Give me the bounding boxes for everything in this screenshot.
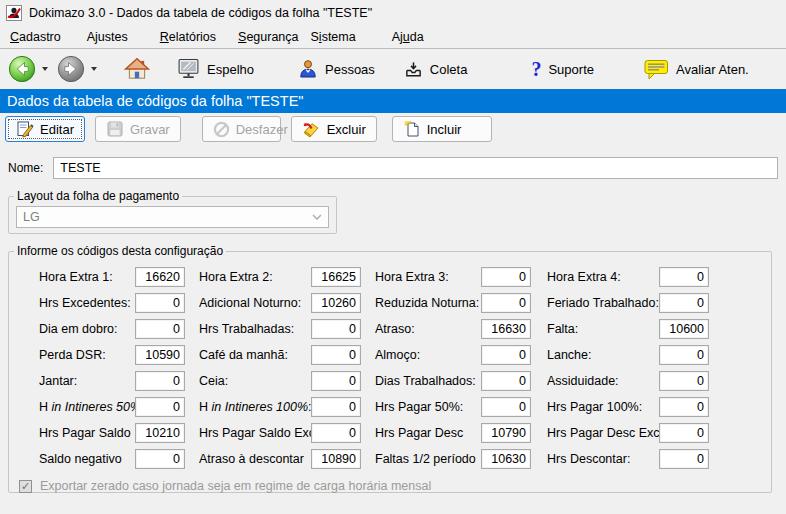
code-input[interactable]: 0 bbox=[135, 293, 185, 313]
code-input[interactable]: 0 bbox=[481, 397, 531, 417]
inbox-icon bbox=[404, 60, 423, 79]
excluir-button[interactable]: Excluir bbox=[291, 116, 377, 142]
codes-groupbox: Informe os códigos desta configuração Ho… bbox=[8, 244, 772, 493]
code-label: Falta: bbox=[547, 322, 659, 336]
back-icon bbox=[8, 55, 36, 83]
code-input[interactable]: 0 bbox=[659, 293, 709, 313]
coleta-button[interactable]: Coleta bbox=[404, 60, 468, 79]
code-input[interactable]: 0 bbox=[481, 371, 531, 391]
code-input[interactable]: 10790 bbox=[481, 423, 531, 443]
code-input[interactable]: 0 bbox=[311, 345, 361, 365]
undo-slash-icon bbox=[213, 121, 230, 138]
code-label: Hrs Pagar 100%: bbox=[547, 400, 659, 414]
question-icon: ? bbox=[531, 59, 541, 79]
code-input[interactable]: 10890 bbox=[311, 449, 361, 469]
code-input[interactable]: 0 bbox=[659, 371, 709, 391]
code-input[interactable]: 0 bbox=[481, 267, 531, 287]
menu-bar: CadastroAjustesRelatóriosSegurançaSistem… bbox=[0, 26, 786, 49]
menu-sistema[interactable]: Sistema bbox=[305, 27, 362, 47]
code-label: Hrs Descontar: bbox=[547, 452, 659, 466]
code-input[interactable]: 0 bbox=[135, 397, 185, 417]
nome-input[interactable] bbox=[53, 157, 778, 179]
code-input[interactable]: 16630 bbox=[481, 319, 531, 339]
code-label: Hrs Pagar Desc Exc bbox=[547, 426, 659, 440]
avaliar-label: Avaliar Aten. bbox=[676, 62, 749, 77]
code-input[interactable]: 0 bbox=[659, 397, 709, 417]
code-input[interactable]: 10260 bbox=[311, 293, 361, 313]
code-input[interactable]: 10590 bbox=[135, 345, 185, 365]
codes-groupbox-title: Informe os códigos desta configuração bbox=[14, 244, 226, 258]
code-input[interactable]: 0 bbox=[311, 371, 361, 391]
title-bar: Dokimazo 3.0 - Dados da tabela de código… bbox=[0, 0, 786, 26]
codes-grid: Hora Extra 1:16620Hora Extra 2:16625Hora… bbox=[9, 258, 771, 469]
menu-relatorios[interactable]: Relatórios bbox=[154, 27, 222, 47]
code-label: Hrs Pagar Saldo Exc bbox=[199, 426, 311, 440]
code-label: Hrs Pagar Saldo bbox=[39, 426, 135, 440]
export-zero-checkbox[interactable]: ✓ bbox=[19, 480, 32, 493]
code-label: Dia em dobro: bbox=[39, 322, 135, 336]
code-input[interactable]: 0 bbox=[135, 319, 185, 339]
code-label: Jantar: bbox=[39, 374, 135, 388]
layout-combobox-value: LG bbox=[23, 210, 40, 224]
espelho-button[interactable]: Espelho bbox=[177, 58, 254, 80]
code-label: H in Intineres 50%: bbox=[39, 400, 135, 414]
code-label: Hora Extra 3: bbox=[375, 270, 481, 284]
code-label: Assiduidade: bbox=[547, 374, 659, 388]
code-label: Adicional Noturno: bbox=[199, 296, 311, 310]
avaliar-button[interactable]: Avaliar Aten. bbox=[644, 59, 749, 80]
desfazer-button[interactable]: Desfazer bbox=[202, 116, 281, 142]
edit-icon bbox=[16, 120, 34, 138]
export-zero-label: Exportar zerado caso jornada seja em reg… bbox=[40, 479, 431, 493]
code-input[interactable]: 0 bbox=[311, 319, 361, 339]
code-input[interactable]: 10630 bbox=[481, 449, 531, 469]
menu-ajuda[interactable]: Ajuda bbox=[386, 27, 430, 47]
gravar-button[interactable]: Gravar bbox=[95, 116, 181, 142]
back-dropdown-icon[interactable] bbox=[42, 67, 48, 71]
code-input[interactable]: 0 bbox=[659, 267, 709, 287]
monitor-icon bbox=[177, 58, 200, 80]
code-input[interactable]: 0 bbox=[311, 397, 361, 417]
pessoas-button[interactable]: Pessoas bbox=[298, 59, 375, 79]
person-icon bbox=[298, 59, 318, 79]
code-input[interactable]: 0 bbox=[481, 345, 531, 365]
code-label: Atraso: bbox=[375, 322, 481, 336]
menu-seguranca[interactable]: Segurança bbox=[232, 27, 304, 47]
forward-button[interactable] bbox=[57, 55, 85, 83]
forward-dropdown-icon[interactable] bbox=[91, 67, 97, 71]
back-button[interactable] bbox=[8, 55, 36, 83]
layout-groupbox: Layout da folha de pagamento LG bbox=[8, 189, 337, 234]
app-icon bbox=[6, 5, 22, 21]
code-label: Hrs Excedentes: bbox=[39, 296, 135, 310]
code-input[interactable]: 0 bbox=[659, 449, 709, 469]
export-zero-row: ✓ Exportar zerado caso jornada seja em r… bbox=[19, 479, 771, 493]
menu-cadastro[interactable]: Cadastro bbox=[4, 27, 67, 47]
chevron-down-icon bbox=[312, 214, 322, 220]
code-label: Hora Extra 1: bbox=[39, 270, 135, 284]
code-input[interactable]: 0 bbox=[311, 423, 361, 443]
editar-label: Editar bbox=[40, 122, 74, 137]
code-input[interactable]: 0 bbox=[135, 371, 185, 391]
speech-bubble-icon bbox=[644, 59, 669, 80]
home-button[interactable] bbox=[124, 57, 150, 81]
layout-combobox[interactable]: LG bbox=[16, 206, 329, 228]
code-label: Hora Extra 4: bbox=[547, 270, 659, 284]
code-input[interactable]: 10210 bbox=[135, 423, 185, 443]
code-input[interactable]: 0 bbox=[135, 449, 185, 469]
code-label: Saldo negativo bbox=[39, 452, 135, 466]
suporte-button[interactable]: ? Suporte bbox=[531, 59, 594, 79]
code-input[interactable]: 10600 bbox=[659, 319, 709, 339]
code-label: Hora Extra 2: bbox=[199, 270, 311, 284]
code-input[interactable]: 0 bbox=[659, 345, 709, 365]
incluir-label: Incluir bbox=[427, 122, 462, 137]
code-input[interactable]: 16620 bbox=[135, 267, 185, 287]
code-label: Atraso à descontar bbox=[199, 452, 311, 466]
editar-button[interactable]: Editar bbox=[5, 116, 85, 142]
nome-row: Nome: bbox=[0, 147, 786, 184]
menu-ajustes[interactable]: Ajustes bbox=[81, 27, 134, 47]
incluir-button[interactable]: Incluir bbox=[392, 116, 492, 142]
code-input[interactable]: 0 bbox=[481, 293, 531, 313]
delete-icon bbox=[302, 120, 321, 138]
coleta-label: Coleta bbox=[430, 62, 468, 77]
code-input[interactable]: 0 bbox=[659, 423, 709, 443]
code-input[interactable]: 16625 bbox=[311, 267, 361, 287]
